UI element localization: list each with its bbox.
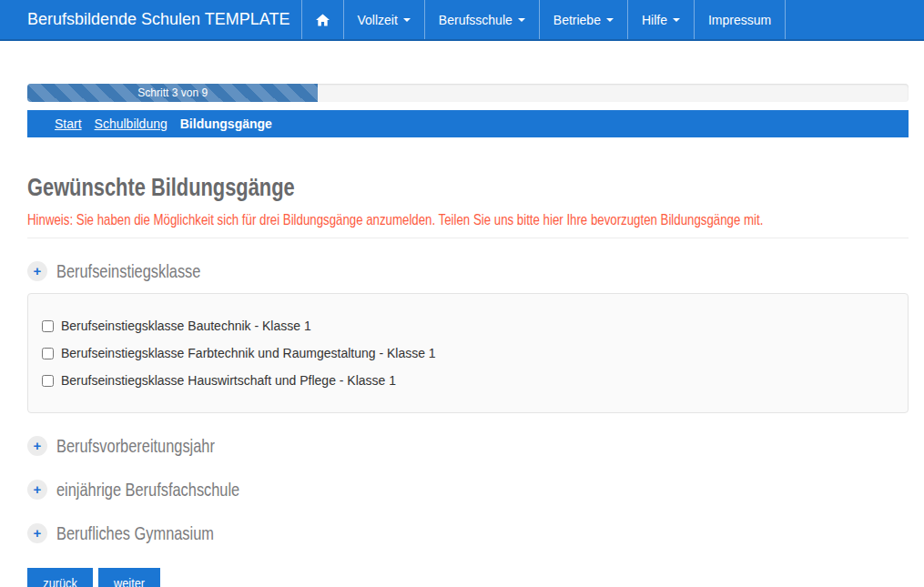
nav-berufsschule[interactable]: Berufsschule bbox=[424, 0, 539, 39]
caret-down-icon bbox=[403, 18, 411, 22]
breadcrumb-schulbildung[interactable]: Schulbildung bbox=[95, 116, 168, 131]
back-button[interactable]: zurück bbox=[27, 568, 93, 587]
nav-betriebe[interactable]: Betriebe bbox=[539, 0, 627, 39]
section-title: Berufliches Gymnasium bbox=[56, 522, 259, 544]
caret-down-icon bbox=[606, 18, 614, 22]
section-title: Berufseinstiegsklasse bbox=[56, 260, 241, 282]
progress-label: Schritt 3 von 9 bbox=[137, 86, 208, 99]
progress-bar: Schritt 3 von 9 bbox=[27, 84, 318, 102]
home-icon bbox=[316, 14, 330, 26]
nav-impressum[interactable]: Impressum bbox=[694, 0, 786, 39]
nav-berufsschule-label: Berufsschule bbox=[439, 13, 513, 27]
nav-vollzeit-label: Vollzeit bbox=[358, 13, 398, 27]
option-label: Berufseinstiegsklasse Bautechnik - Klass… bbox=[61, 319, 311, 333]
section-title: Berufsvorbereitungsjahr bbox=[56, 435, 259, 457]
section-toggle-einjaehrige-berufsfachschule[interactable]: + einjährige Berufsfachschule bbox=[27, 479, 909, 501]
option-row[interactable]: Berufseinstiegsklasse Bautechnik - Klass… bbox=[42, 319, 894, 333]
option-row[interactable]: Berufseinstiegsklasse Hauswirtschaft und… bbox=[42, 373, 894, 388]
nav-betriebe-label: Betriebe bbox=[553, 13, 601, 27]
option-checkbox-bautechnik[interactable] bbox=[42, 320, 54, 332]
caret-down-icon bbox=[673, 18, 680, 22]
nav-vollzeit[interactable]: Vollzeit bbox=[343, 0, 424, 39]
option-label: Berufseinstiegsklasse Farbtechnik und Ra… bbox=[61, 346, 436, 360]
option-checkbox-hauswirtschaft[interactable] bbox=[42, 375, 54, 387]
app-brand: Berufsbildende Schulen TEMPLATE bbox=[27, 0, 301, 39]
breadcrumb-current: Bildungsgänge bbox=[180, 116, 272, 131]
top-navbar: Berufsbildende Schulen TEMPLATE Vollzeit… bbox=[0, 0, 924, 41]
nav-home[interactable] bbox=[301, 0, 343, 39]
section-toggle-berufliches-gymnasium[interactable]: + Berufliches Gymnasium bbox=[27, 522, 909, 544]
option-label: Berufseinstiegsklasse Hauswirtschaft und… bbox=[61, 373, 396, 388]
breadcrumb: Start Schulbildung Bildungsgänge bbox=[27, 110, 909, 137]
nav-hilfe-label: Hilfe bbox=[642, 13, 667, 27]
plus-icon[interactable]: + bbox=[27, 261, 47, 281]
option-row[interactable]: Berufseinstiegsklasse Farbtechnik und Ra… bbox=[42, 346, 894, 360]
caret-down-icon bbox=[518, 18, 525, 22]
nav-impressum-label: Impressum bbox=[708, 13, 771, 27]
plus-icon[interactable]: + bbox=[27, 436, 47, 456]
hint-text: Hinweis: Sie haben die Möglichkeit sich … bbox=[27, 211, 909, 229]
option-checkbox-farbtechnik[interactable] bbox=[42, 348, 54, 359]
progress-track: Schritt 3 von 9 bbox=[27, 84, 909, 102]
nav-hilfe[interactable]: Hilfe bbox=[627, 0, 694, 39]
section-toggle-berufseinstiegsklasse[interactable]: + Berufseinstiegsklasse bbox=[27, 260, 909, 282]
section-title: einjährige Berufsfachschule bbox=[56, 479, 291, 501]
section-toggle-berufsvorbereitungsjahr[interactable]: + Berufsvorbereitungsjahr bbox=[27, 435, 909, 457]
options-panel: Berufseinstiegsklasse Bautechnik - Klass… bbox=[27, 293, 909, 413]
divider bbox=[27, 238, 909, 238]
breadcrumb-start[interactable]: Start bbox=[55, 116, 82, 131]
plus-icon[interactable]: + bbox=[27, 523, 47, 543]
next-button[interactable]: weiter bbox=[98, 568, 160, 587]
page-title: Gewünschte Bildungsgänge bbox=[27, 174, 909, 201]
plus-icon[interactable]: + bbox=[27, 480, 47, 500]
